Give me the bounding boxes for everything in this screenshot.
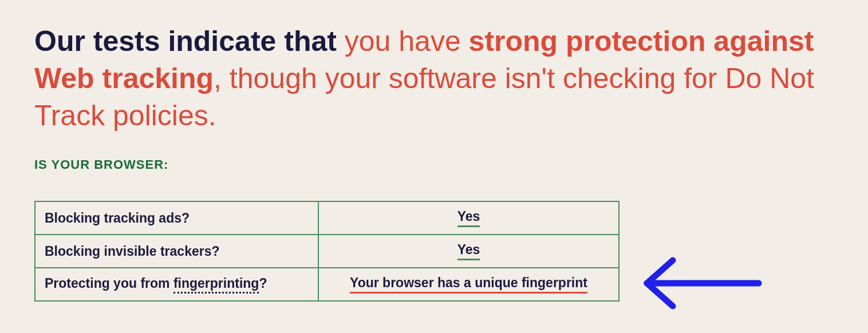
label-text-prefix: Protecting you from [45,276,173,291]
arrow-annotation-icon [636,252,767,320]
row-label: Blocking tracking ads? [35,201,318,235]
svg-line-2 [647,283,673,306]
svg-line-1 [647,260,673,283]
table-row: Blocking tracking ads? Yes [35,201,619,235]
results-headline: Our tests indicate that you have strong … [34,23,834,134]
label-text: Blocking tracking ads? [45,211,190,225]
row-value: Yes [318,201,619,235]
value-link[interactable]: Yes [457,242,480,260]
table-subheading: IS YOUR BROWSER: [34,157,834,172]
row-value: Yes [318,235,619,268]
fingerprinting-link[interactable]: fingerprinting [173,276,259,294]
row-label: Protecting you from fingerprinting? [35,268,318,301]
label-text: Blocking invisible trackers? [45,244,220,259]
table-row: Protecting you from fingerprinting? Your… [35,268,619,301]
label-text-suffix: ? [259,276,267,291]
value-link[interactable]: Your browser has a unique fingerprint [350,275,587,294]
headline-part1: Our tests indicate that [34,25,345,57]
value-link[interactable]: Yes [457,209,480,227]
row-value: Your browser has a unique fingerprint [318,268,619,301]
table-row: Blocking invisible trackers? Yes [35,235,619,268]
results-table: Blocking tracking ads? Yes Blocking invi… [34,201,620,302]
row-label: Blocking invisible trackers? [35,235,318,268]
headline-part2: you have [345,25,469,57]
